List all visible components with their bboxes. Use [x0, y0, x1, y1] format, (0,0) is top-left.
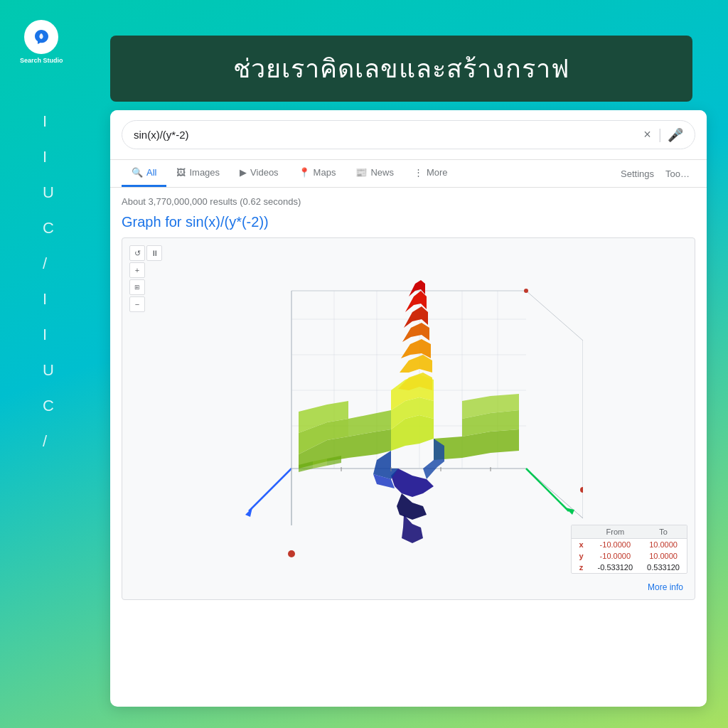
reset-button[interactable]: ↺	[129, 245, 145, 261]
var-x: x	[572, 539, 590, 551]
tab-images-label: Images	[189, 167, 220, 178]
settings-link[interactable]: Settings	[615, 161, 660, 186]
logo-icon	[31, 26, 52, 48]
svg-point-19	[288, 550, 295, 557]
range-header-to: To	[640, 525, 687, 539]
tab-all[interactable]: 🔍 All	[122, 160, 166, 187]
3d-graph	[235, 248, 583, 589]
from-x[interactable]: -10.0000	[591, 539, 641, 551]
range-row-x: x -10.0000 10.0000	[572, 539, 687, 551]
logo-label: Search Studio	[20, 57, 63, 64]
tab-more[interactable]: ⋮ More	[404, 160, 458, 187]
to-z[interactable]: 0.533120	[640, 562, 687, 573]
tab-images[interactable]: 🖼 Images	[166, 160, 230, 187]
graph-title-static: Graph for	[122, 214, 186, 230]
graph-formula: sin(x)/(y*(-2))	[186, 214, 269, 230]
tab-more-label: More	[427, 167, 448, 178]
mic-icon[interactable]: 🎤	[668, 127, 683, 143]
search-input-area[interactable]: sin(x)/(y*-2) × | 🎤	[122, 120, 695, 149]
graph-controls: ↺ ⏸ + ⊞ −	[129, 245, 162, 312]
range-header-var	[572, 525, 590, 539]
tab-maps-label: Maps	[314, 167, 336, 178]
nav-tabs: 🔍 All 🖼 Images ▶ Videos 📍 Maps 📰 News ⋮	[110, 160, 707, 188]
var-y: y	[572, 550, 590, 562]
title-banner: ช่วยเราคิดเลขและสร้างกราฟ	[110, 36, 692, 102]
to-x[interactable]: 10.0000	[640, 539, 687, 551]
range-row-z: z -0.533120 0.533120	[572, 562, 687, 573]
range-row-y: y -10.0000 10.0000	[572, 550, 687, 562]
var-z: z	[572, 562, 590, 573]
clear-icon[interactable]: ×	[643, 127, 651, 142]
graph-title: Graph for sin(x)/(y*(-2))	[122, 214, 695, 230]
range-table: From To x -10.0000 10.0000 y	[571, 525, 687, 574]
tab-news[interactable]: 📰 News	[346, 160, 404, 187]
logo-circle	[24, 20, 58, 54]
videos-icon: ▶	[240, 167, 247, 178]
search-icon: 🔍	[132, 167, 143, 178]
from-z[interactable]: -0.533120	[591, 562, 641, 573]
more-info-link[interactable]: More info	[648, 582, 683, 592]
tab-videos[interactable]: ▶ Videos	[230, 160, 289, 187]
graph-btn-row-top: ↺ ⏸	[129, 245, 162, 261]
range-header-from: From	[591, 525, 641, 539]
more-icon: ⋮	[414, 167, 423, 178]
maps-icon: 📍	[299, 167, 310, 178]
graph-container: ↺ ⏸ + ⊞ −	[122, 237, 695, 600]
divider: |	[658, 127, 662, 143]
search-query: sin(x)/(y*-2)	[134, 129, 643, 141]
search-bar: sin(x)/(y*-2) × | 🎤	[110, 110, 707, 160]
zoom-out-button[interactable]: −	[129, 296, 145, 312]
background: Search Studio I I U C / I I U C / ช่วยเร…	[0, 0, 728, 728]
tools-link[interactable]: Too…	[660, 161, 695, 186]
svg-point-21	[524, 289, 528, 293]
title-text: ช่วยเราคิดเลขและสร้างกราฟ	[132, 48, 671, 89]
news-icon: 📰	[355, 167, 367, 178]
zoom-in-button[interactable]: +	[129, 262, 145, 278]
tab-videos-label: Videos	[250, 167, 279, 178]
fit-button[interactable]: ⊞	[129, 279, 145, 295]
tab-maps[interactable]: 📍 Maps	[289, 160, 346, 187]
pause-button[interactable]: ⏸	[146, 245, 162, 261]
results-area: About 3,770,000,000 results (0.62 second…	[110, 188, 707, 606]
tab-news-label: News	[370, 167, 394, 178]
google-card: sin(x)/(y*-2) × | 🎤 🔍 All 🖼 Images ▶ Vid…	[110, 110, 707, 707]
images-icon: 🖼	[176, 167, 186, 178]
from-y[interactable]: -10.0000	[591, 550, 641, 562]
results-count: About 3,770,000,000 results (0.62 second…	[122, 196, 695, 207]
to-y[interactable]: 10.0000	[640, 550, 687, 562]
logo-area: Search Studio	[20, 20, 63, 64]
left-symbols: I I U C / I I U C /	[43, 114, 54, 449]
tab-all-label: All	[146, 167, 156, 178]
